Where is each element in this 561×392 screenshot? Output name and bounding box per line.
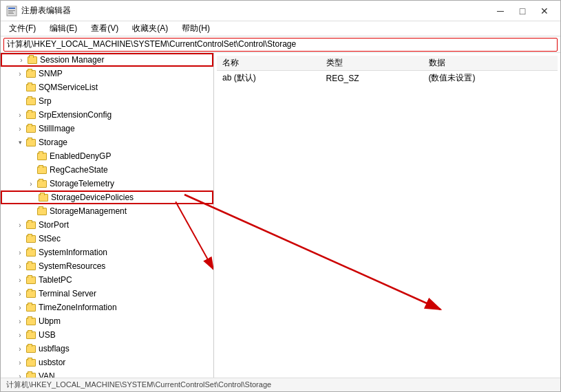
tree-toggle[interactable]: › — [14, 249, 25, 257]
tree-item-label: SNMP — [39, 69, 63, 78]
folder-icon — [25, 289, 36, 298]
tree-item[interactable]: ›SNMP — [1, 67, 213, 80]
folder-icon — [25, 330, 36, 340]
main-content: ›Session Manager›SNMPSQMServiceListSrp›S… — [1, 53, 560, 378]
tree-toggle[interactable]: › — [14, 221, 25, 229]
tree-item-label: usbflags — [39, 344, 70, 353]
tree-toggle[interactable]: › — [25, 180, 36, 188]
folder-icon — [25, 124, 36, 133]
tree-toggle[interactable]: › — [14, 276, 25, 284]
tree-item[interactable]: ›TabletPC — [1, 273, 213, 287]
folder-icon — [25, 110, 36, 120]
tree-item[interactable]: StorageManagement — [1, 204, 213, 218]
menu-item-E[interactable]: 编辑(E) — [44, 21, 83, 36]
menu-item-V[interactable]: 查看(V) — [85, 21, 124, 36]
tree-item-label: SrpExtensionConfig — [39, 110, 112, 120]
tree-toggle[interactable]: › — [14, 345, 25, 353]
tree-item[interactable]: ›StillImage — [1, 122, 213, 135]
folder-icon — [38, 193, 49, 202]
tree-item-label: Session Manager — [40, 55, 104, 65]
tree-toggle[interactable]: › — [14, 331, 25, 339]
tree-item[interactable]: Srp — [1, 94, 213, 108]
folder-icon — [36, 151, 47, 161]
tree-item-label: TimeZoneInformation — [39, 303, 117, 312]
tree-item-label: Ubpm — [39, 316, 61, 326]
minimize-button[interactable]: ─ — [490, 4, 511, 18]
tree-item[interactable]: ›VAN — [1, 369, 213, 378]
tree-item[interactable]: EnabledDenyGP — [1, 149, 213, 163]
tree-item-label: StSec — [39, 234, 61, 243]
folder-icon — [36, 179, 47, 188]
tree-item-label: StorageManagement — [50, 206, 127, 216]
folder-icon — [36, 165, 47, 175]
folder-icon — [25, 261, 36, 271]
close-button[interactable]: ✕ — [534, 4, 555, 18]
tree-pane[interactable]: ›Session Manager›SNMPSQMServiceListSrp›S… — [1, 53, 214, 378]
tree-item[interactable]: ›SrpExtensionConfig — [1, 108, 213, 122]
address-bar — [1, 36, 560, 53]
tree-item[interactable]: SQMServiceList — [1, 80, 213, 94]
tree-item-label: StillImage — [39, 124, 75, 133]
tree-toggle[interactable]: › — [14, 111, 25, 119]
tree-item-label: EnabledDenyGP — [50, 151, 111, 161]
tree-item-label: StorageTelemetry — [50, 179, 114, 188]
tree-toggle[interactable]: › — [14, 290, 25, 298]
tree-toggle[interactable]: › — [14, 318, 25, 325]
menu-item-H[interactable]: 帮助(H) — [176, 21, 215, 36]
folder-icon — [25, 234, 36, 243]
table-cell-name: ab (默认) — [217, 71, 321, 86]
tree-toggle[interactable]: › — [16, 56, 27, 64]
tree-item[interactable]: ›StorPort — [1, 218, 213, 232]
status-bar: 计算机\HKEY_LOCAL_MACHINE\SYSTEM\CurrentCon… — [1, 378, 560, 391]
tree-toggle[interactable]: ▾ — [14, 139, 25, 146]
folder-icon — [25, 96, 36, 106]
tree-item[interactable]: StSec — [1, 232, 213, 246]
tree-item[interactable]: ›StorageTelemetry — [1, 177, 213, 190]
tree-toggle[interactable]: › — [14, 373, 25, 378]
tree-item[interactable]: ›Ubpm — [1, 314, 213, 328]
app-icon — [6, 6, 17, 17]
tree-item-label: usbstor — [39, 358, 65, 367]
menu-item-A[interactable]: 收藏夹(A) — [127, 21, 173, 36]
tree-toggle[interactable]: › — [14, 125, 25, 133]
maximize-button[interactable]: □ — [512, 4, 533, 18]
tree-item-label: Srp — [39, 96, 52, 106]
tree-item[interactable]: ›Session Manager — [1, 53, 213, 67]
tree-toggle[interactable]: › — [14, 304, 25, 312]
table-cell-type: REG_SZ — [321, 71, 423, 86]
address-input[interactable] — [3, 38, 558, 52]
tree-item-label: SystemInformation — [39, 248, 107, 257]
tree-item-label: SQMServiceList — [39, 83, 98, 92]
folder-icon — [25, 83, 36, 92]
svg-rect-4 — [8, 13, 14, 14]
registry-table: 名称 类型 数据 ab (默认)REG_SZ(数值未设置) — [217, 56, 558, 85]
folder-icon — [25, 69, 36, 78]
tree-item[interactable]: StorageDevicePolicies — [1, 190, 213, 204]
tree-item[interactable]: ›usbflags — [1, 342, 213, 356]
tree-item[interactable]: ›TimeZoneInformation — [1, 301, 213, 314]
svg-rect-3 — [8, 12, 13, 12]
tree-item[interactable]: ›USB — [1, 328, 213, 342]
tree-item[interactable]: ›SystemResources — [1, 259, 213, 273]
tree-item[interactable]: ›usbstor — [1, 356, 213, 369]
tree-item[interactable]: ›Terminal Server — [1, 287, 213, 301]
folder-icon — [25, 358, 36, 367]
tree-item[interactable]: ›SystemInformation — [1, 246, 213, 259]
tree-item[interactable]: RegCacheState — [1, 163, 213, 177]
tree-toggle[interactable]: › — [14, 359, 25, 367]
tree-toggle[interactable]: › — [14, 70, 25, 78]
col-data: 数据 — [423, 56, 558, 71]
tree-item-label: RegCacheState — [50, 165, 108, 175]
tree-toggle[interactable]: › — [14, 263, 25, 270]
folder-icon — [25, 371, 36, 378]
svg-rect-2 — [8, 10, 15, 11]
folder-icon — [25, 248, 36, 257]
table-row[interactable]: ab (默认)REG_SZ(数值未设置) — [217, 71, 558, 86]
title-bar-left: 注册表编辑器 — [6, 5, 71, 17]
folder-icon — [25, 275, 36, 285]
tree-item-label: Terminal Server — [39, 289, 96, 298]
tree-item[interactable]: ▾Storage — [1, 135, 213, 149]
menu-item-F[interactable]: 文件(F) — [3, 21, 41, 36]
svg-rect-1 — [8, 8, 15, 9]
folder-icon — [25, 138, 36, 147]
